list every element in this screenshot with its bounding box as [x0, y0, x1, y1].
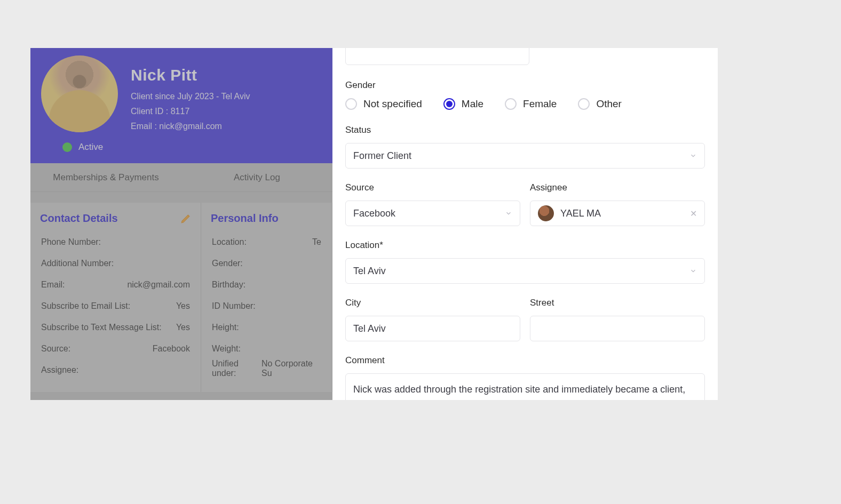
status-text: Active	[78, 142, 103, 153]
gender-radio-group: Not specified Male Female Other	[345, 98, 705, 110]
clear-icon[interactable]: ✕	[690, 209, 697, 219]
location-label-left: Location:	[212, 237, 247, 247]
assignee-label-left: Assignee:	[41, 365, 78, 375]
client-id: Client ID : 8117	[131, 107, 250, 116]
height-label: Height:	[212, 323, 239, 332]
email-value: nick@gmail.com	[127, 280, 190, 290]
street-input[interactable]	[530, 316, 705, 341]
city-value: Tel Aviv	[353, 323, 386, 334]
unified-under-label: Unified under:	[212, 359, 261, 378]
location-value-left: Te	[312, 237, 321, 247]
assignee-label: Assignee	[530, 182, 705, 193]
personal-info-card: Personal Info Location:Te Gender: Birthd…	[201, 203, 332, 392]
unified-under-value: No Corporate Su	[261, 359, 321, 378]
status-value: Former Client	[353, 150, 411, 162]
source-value: Facebook	[353, 208, 395, 219]
status-row: Active	[41, 142, 322, 153]
location-value: Tel Aviv	[353, 266, 386, 277]
text-input-top[interactable]	[345, 48, 529, 65]
location-select[interactable]: Tel Aviv	[345, 258, 705, 284]
chevron-down-icon	[689, 267, 697, 275]
subscribe-text-label: Subscribe to Text Message List:	[41, 323, 162, 332]
chevron-down-icon	[505, 210, 512, 217]
source-label: Source	[345, 182, 520, 193]
edit-icon[interactable]	[180, 213, 191, 224]
app-window: Nick Pitt Client since July 2023 - Tel A…	[30, 48, 718, 400]
city-input[interactable]: Tel Aviv	[345, 316, 520, 341]
client-email: Email : nick@gmail.com	[131, 122, 250, 131]
profile-underlay: Nick Pitt Client since July 2023 - Tel A…	[30, 48, 332, 400]
radio-icon	[443, 98, 455, 110]
phone-label: Phone Number:	[41, 237, 101, 247]
gender-label-left: Gender:	[212, 259, 243, 268]
idnumber-label: ID Number:	[212, 301, 256, 311]
radio-other[interactable]: Other	[578, 98, 622, 110]
radio-not-specified[interactable]: Not specified	[345, 98, 422, 110]
radio-male[interactable]: Male	[443, 98, 483, 110]
tab-activity-log[interactable]: Activity Log	[181, 172, 332, 183]
edit-form-panel: Gender Not specified Male Female Other S…	[332, 48, 718, 400]
gender-label: Gender	[345, 80, 705, 91]
source-value-left: Facebook	[153, 344, 190, 354]
profile-tabs: Memberships & Payments Activity Log	[30, 163, 332, 192]
status-label: Status	[345, 125, 705, 135]
radio-icon	[505, 98, 517, 110]
status-select[interactable]: Former Client	[345, 143, 705, 169]
comment-textarea[interactable]: Nick was added through the registration …	[345, 373, 705, 400]
birthday-label: Birthday:	[212, 280, 245, 290]
additional-number-label: Additional Number:	[41, 259, 114, 268]
personal-info-title: Personal Info	[211, 212, 279, 225]
source-select[interactable]: Facebook	[345, 201, 520, 226]
radio-female[interactable]: Female	[505, 98, 557, 110]
client-name: Nick Pitt	[131, 66, 250, 84]
subscribe-email-label: Subscribe to Email List:	[41, 301, 130, 311]
contact-details-title: Contact Details	[40, 212, 118, 225]
chevron-down-icon	[689, 152, 697, 159]
weight-label: Weight:	[212, 344, 241, 354]
email-label: Email:	[41, 280, 65, 290]
assignee-select[interactable]: YAEL MA ✕	[530, 201, 705, 226]
client-since: Client since July 2023 - Tel Aviv	[131, 92, 250, 101]
status-dot-icon	[62, 142, 72, 152]
assignee-avatar-icon	[538, 205, 554, 221]
source-label-left: Source:	[41, 344, 70, 354]
radio-icon	[578, 98, 590, 110]
profile-header: Nick Pitt Client since July 2023 - Tel A…	[30, 48, 332, 163]
comment-label: Comment	[345, 355, 705, 366]
tab-memberships[interactable]: Memberships & Payments	[30, 172, 181, 183]
street-label: Street	[530, 298, 705, 308]
contact-details-card: Contact Details Phone Number: Additional…	[30, 203, 201, 392]
subscribe-text-value: Yes	[176, 323, 190, 332]
location-label: Location*	[345, 240, 705, 251]
radio-icon	[345, 98, 357, 110]
assignee-value: YAEL MA	[560, 208, 601, 219]
subscribe-email-value: Yes	[176, 301, 190, 311]
comment-value: Nick was added through the registration …	[353, 384, 685, 400]
avatar	[41, 55, 118, 132]
city-label: City	[345, 298, 520, 308]
